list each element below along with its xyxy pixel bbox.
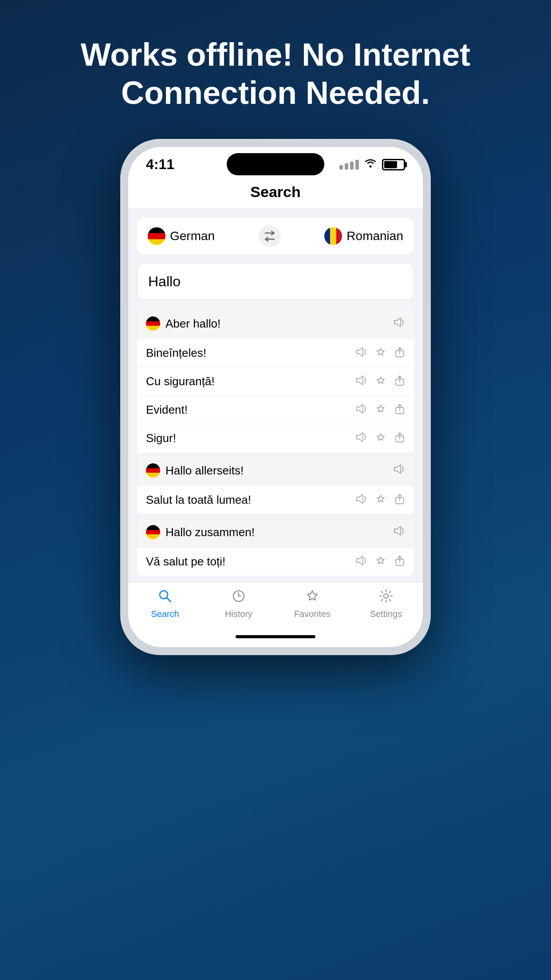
nav-title: Search: [128, 178, 423, 209]
translation-1-3: Evident!: [137, 395, 414, 424]
swap-languages-button[interactable]: [259, 225, 281, 247]
favorite-btn-1-4[interactable]: [375, 431, 386, 445]
favorites-tab-icon: [305, 589, 320, 606]
result-group-2-left: Hallo allerseits!: [146, 463, 244, 478]
german-flag: [148, 227, 165, 245]
results-list: Aber hallo! Bineînțeles!: [137, 309, 414, 576]
svg-point-10: [384, 594, 388, 598]
history-tab-label: History: [225, 609, 252, 619]
favorite-btn-3-1[interactable]: [375, 555, 386, 568]
translation-1-4: Sigur!: [137, 424, 414, 452]
translation-icons-2-1: [355, 493, 405, 506]
battery-fill: [384, 161, 397, 168]
result-flag-de-3: [146, 525, 160, 539]
search-tab-icon: [157, 589, 173, 606]
home-bar: [236, 635, 315, 638]
svg-point-0: [370, 165, 372, 167]
tab-favorites[interactable]: Favorites: [276, 589, 349, 619]
translation-icons-3-1: [355, 555, 405, 568]
translation-text-1-4: Sigur!: [146, 431, 176, 445]
target-language[interactable]: Romanian: [324, 227, 403, 245]
tab-history[interactable]: History: [202, 589, 276, 619]
speaker-icon-2[interactable]: [393, 463, 405, 478]
settings-tab-label: Settings: [370, 609, 402, 619]
translation-icons-1-4: [355, 431, 405, 445]
romanian-flag: [324, 227, 342, 245]
share-btn-1-2[interactable]: [394, 375, 405, 388]
bottom-spacer: [128, 576, 423, 582]
translation-icons-1-3: [355, 403, 405, 416]
favorites-tab-label: Favorites: [294, 609, 331, 619]
speaker-btn-2-1[interactable]: [355, 493, 367, 506]
source-lang-name: German: [170, 229, 215, 243]
phone-inner: 4:11: [128, 147, 423, 647]
phone-frame: 4:11: [120, 139, 431, 655]
search-tab-label: Search: [151, 609, 179, 619]
favorite-btn-1-2[interactable]: [375, 375, 386, 388]
wifi-icon: [364, 158, 377, 171]
share-btn-1-4[interactable]: [394, 431, 405, 445]
result-group-1-left: Aber hallo!: [146, 316, 220, 331]
result-german-1: Aber hallo!: [165, 317, 220, 331]
tab-bar: Search History Favorites: [128, 582, 423, 631]
result-group-2-header: Hallo allerseits!: [137, 452, 414, 486]
search-input-box[interactable]: Hallo: [137, 263, 414, 300]
settings-tab-icon: [378, 589, 394, 606]
translation-3-1: Vă salut pe toți!: [137, 547, 414, 576]
tab-settings[interactable]: Settings: [349, 589, 423, 619]
status-bar: 4:11: [128, 147, 423, 178]
translation-1-1: Bineînțeles!: [137, 339, 414, 367]
translation-text-1-2: Cu siguranță!: [146, 375, 215, 388]
result-flag-de-1: [146, 316, 160, 331]
signal-dot-4: [355, 160, 359, 170]
history-tab-icon: [231, 589, 246, 606]
translation-text-1-1: Bineînțeles!: [146, 346, 206, 360]
favorite-btn-1-1[interactable]: [375, 346, 386, 360]
result-group-3-header: Hallo zusammen!: [137, 514, 414, 547]
dynamic-island: [227, 153, 324, 175]
speaker-btn-1-3[interactable]: [355, 403, 367, 416]
speaker-icon-1[interactable]: [393, 316, 405, 332]
share-btn-1-3[interactable]: [394, 403, 405, 416]
home-indicator: [128, 631, 423, 647]
language-selector[interactable]: German Romanian: [137, 218, 414, 254]
translation-text-2-1: Salut la toată lumea!: [146, 493, 251, 507]
app-content: German Romanian Hallo: [128, 209, 423, 582]
translation-icons-1-1: [355, 346, 405, 360]
status-time: 4:11: [146, 156, 174, 173]
target-lang-name: Romanian: [346, 229, 403, 243]
favorite-btn-1-3[interactable]: [375, 403, 386, 416]
source-language[interactable]: German: [148, 227, 215, 245]
signal-dot-1: [339, 165, 343, 170]
headline: Works offline! No Internet Connection Ne…: [0, 0, 551, 139]
search-input-value[interactable]: Hallo: [148, 273, 181, 289]
translation-text-3-1: Vă salut pe toți!: [146, 555, 225, 569]
speaker-btn-3-1[interactable]: [355, 555, 367, 568]
result-german-2: Hallo allerseits!: [165, 464, 244, 478]
signal-dots: [339, 160, 359, 170]
signal-dot-2: [345, 163, 348, 170]
tab-search[interactable]: Search: [128, 589, 202, 619]
translation-2-1: Salut la toată lumea!: [137, 486, 414, 514]
speaker-btn-1-4[interactable]: [355, 431, 367, 445]
svg-line-8: [167, 598, 171, 602]
result-group-3-left: Hallo zusammen!: [146, 525, 255, 539]
signal-dot-3: [350, 162, 354, 170]
speaker-icon-3[interactable]: [393, 525, 405, 540]
translation-icons-1-2: [355, 375, 405, 388]
nav-title-text: Search: [250, 183, 300, 200]
result-group-1-header: Aber hallo!: [137, 309, 414, 339]
translation-text-1-3: Evident!: [146, 403, 188, 417]
speaker-btn-1-2[interactable]: [355, 375, 367, 388]
result-flag-de-2: [146, 463, 160, 478]
share-btn-1-1[interactable]: [394, 346, 405, 360]
result-german-3: Hallo zusammen!: [165, 526, 255, 539]
battery-icon: [382, 159, 405, 170]
translation-1-2: Cu siguranță!: [137, 367, 414, 395]
status-icons: [339, 158, 405, 171]
speaker-btn-1-1[interactable]: [355, 346, 367, 360]
favorite-btn-2-1[interactable]: [375, 493, 386, 506]
share-btn-3-1[interactable]: [394, 555, 405, 568]
share-btn-2-1[interactable]: [394, 493, 405, 506]
